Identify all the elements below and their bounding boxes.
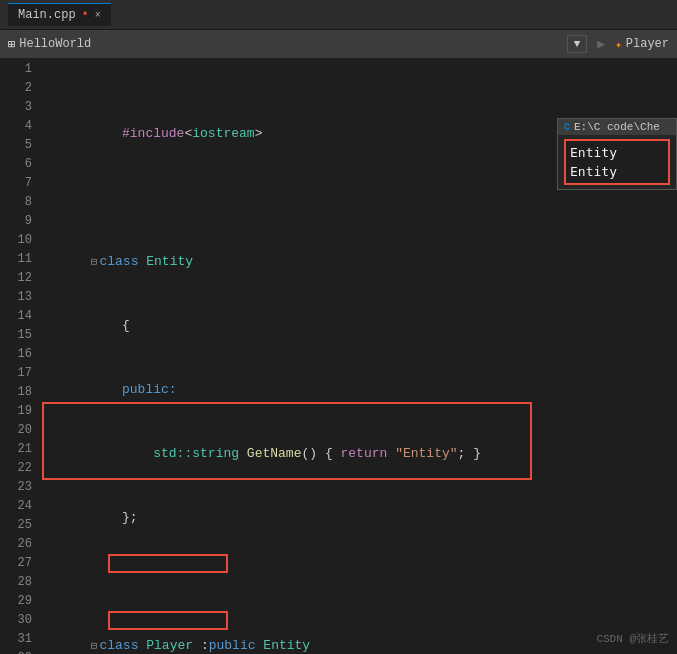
line-num-26: 26 [8, 535, 32, 554]
code-line-3: ⊟class Entity [44, 233, 677, 252]
line-num-27: 27 [8, 554, 32, 573]
line-num-16: 16 [8, 345, 32, 364]
line-num-19: 19 [8, 402, 32, 421]
line-num-25: 25 [8, 516, 32, 535]
watermark: CSDN @张桂艺 [596, 631, 669, 646]
code-line-7: }; [44, 489, 677, 508]
main-tab[interactable]: Main.cpp • × [8, 3, 111, 26]
player-section: ✦ Player [615, 37, 669, 51]
tooltip-path: E:\C code\Che [574, 121, 660, 133]
file-dropdown[interactable]: ▼ [567, 35, 588, 53]
line-num-6: 6 [8, 155, 32, 174]
line-num-7: 7 [8, 174, 32, 193]
tooltip-body: Entity Entity [558, 135, 676, 189]
tooltip-entity-text: Entity Entity [564, 139, 670, 185]
project-name: HelloWorld [19, 37, 562, 51]
line-num-10: 10 [8, 231, 32, 250]
line-num-31: 31 [8, 630, 32, 649]
line-num-11: 11 [8, 250, 32, 269]
line-num-18: 18 [8, 383, 32, 402]
tab-close-button[interactable]: × [95, 10, 101, 21]
line-num-30: 30 [8, 611, 32, 630]
tooltip-header: C E:\C code\Che [558, 119, 676, 135]
line-num-22: 22 [8, 459, 32, 478]
line-num-15: 15 [8, 326, 32, 345]
csharp-icon: C [564, 122, 570, 133]
line-num-4: 4 [8, 117, 32, 136]
line-num-2: 2 [8, 79, 32, 98]
line-num-32: 32 [8, 649, 32, 654]
breadcrumb-separator: ▶ [597, 36, 605, 52]
line-num-9: 9 [8, 212, 32, 231]
tab-filename: Main.cpp [18, 8, 76, 22]
player-icon: ✦ [615, 38, 622, 51]
line-num-14: 14 [8, 307, 32, 326]
line-num-13: 13 [8, 288, 32, 307]
line-num-20: 20 [8, 421, 32, 440]
title-bar: Main.cpp • × [0, 0, 677, 30]
code-line-6: std::string GetName() { return "Entity";… [44, 425, 677, 444]
line-num-28: 28 [8, 573, 32, 592]
code-area: 1 2 3 4 5 6 7 8 9 10 11 12 13 14 15 16 1… [0, 58, 677, 654]
code-line-5: public: [44, 361, 677, 380]
code-line-8 [44, 553, 677, 572]
toolbar: ⊞ HelloWorld ▼ ▶ ✦ Player [0, 30, 677, 58]
line-num-21: 21 [8, 440, 32, 459]
code-line-9: ⊟class Player :public Entity [44, 617, 677, 636]
line-num-24: 24 [8, 497, 32, 516]
line-num-23: 23 [8, 478, 32, 497]
tooltip-popup: C E:\C code\Che Entity Entity [557, 118, 677, 190]
code-line-4: { [44, 297, 677, 316]
tab-dot: • [82, 8, 89, 22]
line-num-5: 5 [8, 136, 32, 155]
line-num-29: 29 [8, 592, 32, 611]
player-label: Player [626, 37, 669, 51]
line-num-1: 1 [8, 60, 32, 79]
line-num-12: 12 [8, 269, 32, 288]
line-numbers: 1 2 3 4 5 6 7 8 9 10 11 12 13 14 15 16 1… [0, 58, 40, 654]
project-icon: ⊞ [8, 37, 15, 52]
line-num-8: 8 [8, 193, 32, 212]
line-num-17: 17 [8, 364, 32, 383]
line-num-3: 3 [8, 98, 32, 117]
